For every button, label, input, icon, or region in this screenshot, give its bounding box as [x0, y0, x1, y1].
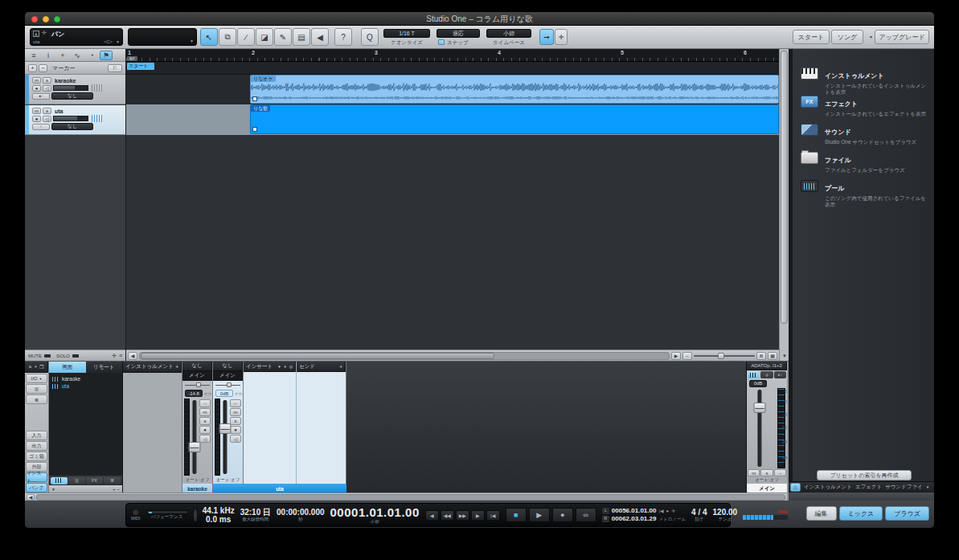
mute-button[interactable]: m [32, 77, 41, 84]
collapse-button[interactable]: ← [230, 399, 241, 407]
track-header-uta[interactable]: m s uta ● ◁ ○ なし [25, 105, 125, 135]
add-marker-button[interactable]: + [28, 64, 37, 72]
song-page-button[interactable]: ソング [831, 30, 863, 44]
nudge-forward-button[interactable]: ▶ [471, 510, 485, 521]
stop-button[interactable]: ■ [506, 508, 527, 522]
preset-dropdown[interactable]: ▼ [128, 28, 197, 46]
start-marker[interactable]: スタート [127, 63, 154, 70]
quantize-toggle-button[interactable]: Q [361, 28, 379, 46]
output-device-name[interactable]: ADATOp..I1+2 [747, 362, 787, 370]
add-insert-icon[interactable]: + [284, 364, 287, 370]
scroll-left-button[interactable]: ◀ [27, 494, 35, 501]
knob-icon[interactable]: ✛ [112, 353, 117, 359]
loop-end-time[interactable]: 00062.03.01.29 [612, 516, 657, 523]
snap-checkbox[interactable] [438, 39, 445, 45]
solo-button[interactable]: s [760, 469, 773, 476]
record-arm-button[interactable]: ● [32, 116, 41, 122]
monitor-button[interactable]: ◁ [199, 435, 211, 443]
metronome-label[interactable]: メトロノーム [658, 517, 686, 521]
home-tab[interactable]: ⌂ [790, 483, 801, 492]
loop-button[interactable]: ∞ [576, 508, 596, 522]
volume-value[interactable]: 0dB [215, 390, 233, 397]
start-page-button[interactable]: スタート [793, 30, 830, 44]
pan-slider[interactable] [215, 382, 240, 389]
show-outputs-button[interactable]: 出力 [26, 441, 47, 451]
punch-in-icon[interactable]: |◀ [658, 509, 663, 514]
snap-mode-value[interactable]: 適応 [436, 29, 480, 38]
wide-width-button[interactable]: ≣ [26, 394, 47, 404]
narrow-width-button[interactable]: ||| [26, 384, 47, 394]
add-track-icon[interactable]: + [56, 51, 69, 60]
instruments-button[interactable]: インスト... [26, 472, 47, 482]
detach-window-icon[interactable]: ❐ [39, 364, 43, 370]
zoom-out-button[interactable]: − [682, 352, 692, 360]
time-display-bars[interactable]: 00001.01.01.00 [330, 506, 420, 520]
track-lane-uta[interactable]: りな歌 [126, 104, 779, 135]
loop-start-time[interactable]: 00056.01.01.00 [612, 508, 657, 515]
edit-view-button[interactable]: 編集 [806, 506, 837, 521]
automation-select[interactable]: なし [51, 92, 93, 100]
browse-view-button[interactable]: ブラウズ [885, 506, 929, 521]
inspector-icon[interactable]: i [42, 51, 55, 60]
solo-button[interactable]: s [230, 417, 241, 425]
zoom-fit-button[interactable]: ≣ [756, 352, 766, 360]
channel-strip-karaoke[interactable]: なし メイン -14.8 ⊂⊃ → m s [182, 362, 213, 493]
rewind-button[interactable]: ◀◀ [441, 510, 454, 521]
io-button[interactable]: I/O ▼ [26, 374, 47, 383]
follow-cursor-button[interactable]: ✛ [555, 29, 568, 45]
fader-handle[interactable] [189, 442, 201, 452]
automation-mode[interactable]: オート:オフ [182, 476, 212, 484]
timeline-ruler[interactable]: 1 2 3 4 5 6 4/4 [126, 49, 779, 62]
channel-strip-uta[interactable]: なし メイン 0dB ⊂⊃ ← m s [213, 362, 244, 493]
main-volume-value[interactable]: 0dB [749, 380, 767, 387]
marker-lane[interactable]: スタート [126, 62, 779, 75]
remove-channel-button[interactable]: − [117, 487, 120, 492]
audio-clip-karaoke[interactable]: りなオケ [250, 75, 779, 104]
track-header-karaoke[interactable]: m s karaoke ● ◁ ●○ なし [25, 75, 125, 104]
reindex-presets-button[interactable]: プリセットの索引を再作成 [817, 470, 912, 480]
fader-handle[interactable] [219, 423, 232, 434]
browser-item-pool[interactable]: プール このソング内で使用されているファイルを表示 [801, 179, 931, 202]
add-channel-button[interactable]: + [113, 487, 116, 492]
input-channel-button[interactable]: ●○ [32, 93, 50, 100]
solo-button[interactable]: s [43, 108, 51, 114]
output-select[interactable]: メイン [182, 371, 212, 381]
menu-icon[interactable]: ≡ [27, 51, 40, 60]
record-button[interactable]: ● [552, 508, 573, 522]
channel-list[interactable]: karaoke uta [49, 373, 122, 476]
marker-options-button[interactable]: ⚐ [108, 64, 122, 72]
chevron-down-icon[interactable]: ▼ [116, 39, 120, 44]
zoom-preset-button[interactable]: ▦ [768, 352, 777, 360]
mute-button[interactable]: m [748, 469, 760, 476]
tab-screen[interactable]: 画面 [49, 362, 86, 373]
track-lane-karaoke[interactable]: りなオケ [126, 75, 779, 104]
track-name[interactable]: karaoke [55, 78, 76, 84]
tempo-value[interactable]: 120.00 [713, 508, 738, 517]
volume-value[interactable]: -14.8 [185, 390, 203, 397]
main-volume-fader[interactable] [748, 388, 776, 468]
monitor-button[interactable]: ◁ [230, 435, 241, 443]
listen-tool-button[interactable]: ◀ [311, 28, 329, 46]
return-to-start-button[interactable]: |◀ [486, 510, 500, 521]
bypass-icon[interactable]: ◎ [289, 364, 293, 369]
vertical-scrollbar[interactable]: ▼ [779, 49, 789, 361]
mute-button[interactable]: m [199, 408, 211, 416]
crosshair-icon[interactable]: ✛ [760, 371, 773, 378]
eraser-tool-button[interactable]: ◪ [256, 28, 273, 46]
punch-record-icon[interactable]: ● [666, 509, 670, 514]
tab-instruments[interactable]: インストゥルメント [804, 484, 852, 491]
fast-forward-button[interactable]: ▶▶ [456, 510, 469, 521]
channel-list-item[interactable]: uta [62, 383, 69, 389]
nudge-back-button[interactable]: ◀ [425, 510, 439, 521]
upgrade-button[interactable]: アップグレード [875, 30, 929, 44]
track-volume-slider[interactable] [53, 116, 88, 121]
browser-item-instruments[interactable]: インストゥルメント インストールされているインストゥルメントを表示 [801, 67, 931, 89]
pan-slider[interactable] [185, 382, 210, 389]
mix-view-button[interactable]: ミックス [839, 506, 883, 521]
record-arm-button[interactable]: ● [230, 426, 241, 434]
meter-mode-icon[interactable]: ●○ [774, 371, 786, 378]
input-channel-button[interactable]: ○ [32, 124, 50, 130]
automation-mode[interactable]: オート:オフ [747, 476, 787, 484]
monitor-button[interactable]: ◁ [43, 85, 51, 92]
browser-item-effects[interactable]: FX エフェクト インストールされているエフェクトを表示 [801, 95, 931, 117]
